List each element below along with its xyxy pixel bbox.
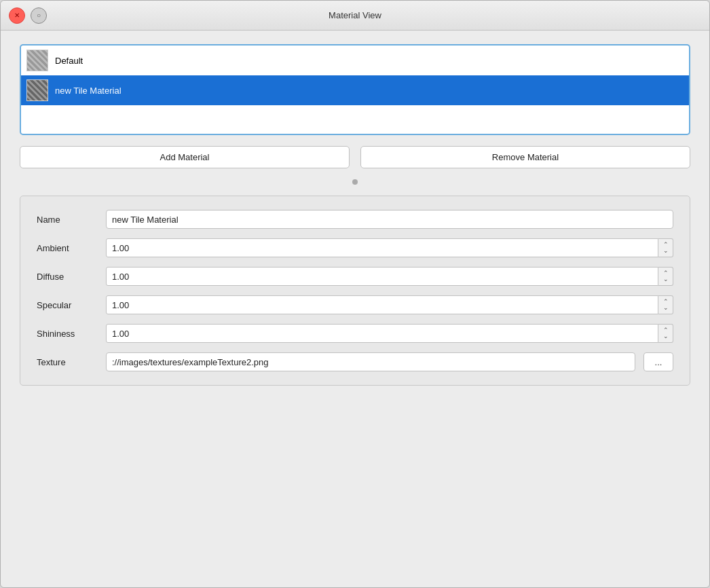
remove-material-button[interactable]: Remove Material (360, 146, 690, 168)
material-label-selected: new Tile Material (55, 86, 122, 96)
add-material-button[interactable]: Add Material (20, 146, 350, 168)
specular-input-wrapper (106, 295, 673, 314)
window-content: Default new Tile Material Add Material R… (1, 31, 709, 587)
list-item-empty (21, 105, 689, 132)
specular-spinner[interactable] (658, 295, 673, 314)
close-button[interactable]: ✕ (9, 7, 25, 24)
shininess-input-wrapper (106, 324, 673, 343)
specular-row: Specular (37, 295, 673, 314)
titlebar-buttons: ✕ ○ (9, 7, 47, 24)
ambient-input-wrapper (106, 238, 673, 257)
ambient-input[interactable] (106, 238, 658, 257)
shininess-input[interactable] (106, 324, 658, 343)
titlebar: ✕ ○ Material View (1, 1, 709, 31)
diffuse-label: Diffuse (37, 272, 98, 282)
material-thumbnail-tile (26, 79, 48, 101)
browse-button[interactable]: ... (643, 352, 673, 371)
divider-dot (352, 179, 358, 185)
texture-row: Texture ... (37, 352, 673, 371)
material-thumbnail-default (26, 50, 48, 71)
diffuse-row: Diffuse (37, 267, 673, 286)
specular-input[interactable] (106, 295, 658, 314)
name-row: Name (37, 210, 673, 229)
buttons-row: Add Material Remove Material (20, 146, 690, 168)
texture-label: Texture (37, 357, 98, 367)
properties-panel: Name Ambient Diffuse (20, 196, 690, 386)
material-list-wrapper: Default new Tile Material (20, 44, 690, 135)
name-input[interactable] (106, 210, 673, 229)
name-label: Name (37, 215, 98, 225)
diffuse-input[interactable] (106, 267, 658, 286)
material-label: Default (55, 56, 83, 66)
window-title: Material View (329, 10, 381, 20)
material-view-window: ✕ ○ Material View Default new Tile Mater… (0, 0, 710, 588)
shininess-spinner[interactable] (658, 324, 673, 343)
list-item[interactable]: new Tile Material (21, 75, 689, 105)
ambient-spinner[interactable] (658, 238, 673, 257)
material-list: Default new Tile Material (21, 45, 689, 134)
shininess-row: Shininess (37, 324, 673, 343)
close-icon: ✕ (14, 12, 20, 19)
diffuse-input-wrapper (106, 267, 673, 286)
divider (20, 179, 690, 185)
ambient-row: Ambient (37, 238, 673, 257)
specular-label: Specular (37, 300, 98, 310)
texture-input[interactable] (106, 352, 635, 371)
list-item[interactable]: Default (21, 45, 689, 75)
name-input-wrapper (106, 210, 673, 229)
shininess-label: Shininess (37, 329, 98, 339)
diffuse-spinner[interactable] (658, 267, 673, 286)
minimize-icon: ○ (37, 12, 41, 19)
ambient-label: Ambient (37, 243, 98, 253)
minimize-button[interactable]: ○ (31, 7, 47, 24)
